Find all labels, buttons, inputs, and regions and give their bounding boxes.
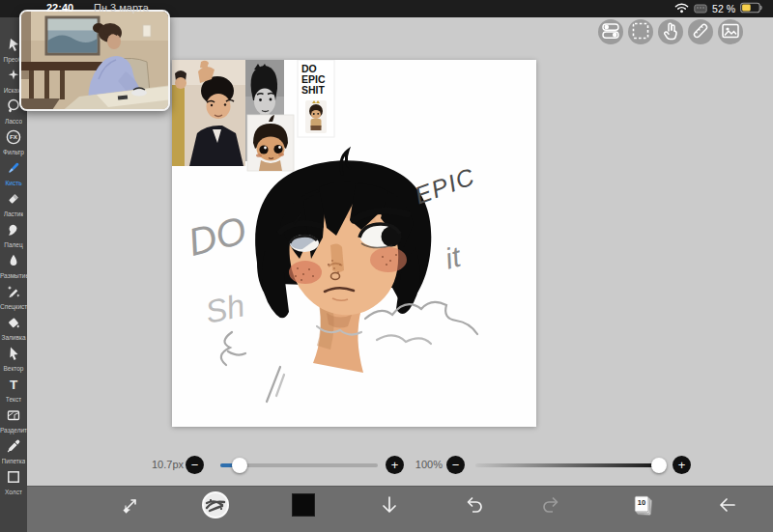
sidebar-tool-brush[interactable]: Кисть <box>0 160 27 191</box>
top-toolbar <box>598 19 743 44</box>
handwriting-it: it <box>442 239 465 274</box>
color-swatch[interactable] <box>292 493 315 517</box>
sidebar-tool-label: Палец <box>4 241 22 249</box>
wall-plate <box>143 25 151 37</box>
image-icon <box>720 20 741 44</box>
undo-icon <box>462 493 485 519</box>
back-button[interactable] <box>712 490 743 521</box>
text-icon: T <box>6 377 21 396</box>
fx-icon: FX <box>6 129 21 149</box>
sidebar-tool-label: Вектор <box>3 365 23 373</box>
brush-preview-button[interactable] <box>200 490 231 521</box>
gesture-button[interactable] <box>658 19 683 44</box>
undo-button[interactable] <box>458 490 489 521</box>
redo-icon <box>540 493 563 519</box>
wifi-icon <box>674 0 689 17</box>
sidebar-tool-text[interactable]: T Текст <box>0 377 27 407</box>
brush-size-slider[interactable] <box>220 463 378 467</box>
sidebar-tool-filter[interactable]: FX Фильтр <box>0 129 27 160</box>
sidebar-tool-label: Пипетка <box>2 458 26 465</box>
sidebar-tool-label: Размытие <box>0 272 27 280</box>
reference-photo-4: DO EPIC SHIT <box>298 60 334 137</box>
opacity-knob[interactable] <box>651 458 667 473</box>
sidebar-tool-label: Лассо <box>5 118 22 126</box>
svg-text:FX: FX <box>10 133 18 140</box>
marquee-icon <box>630 20 651 44</box>
toggles-icon <box>600 20 621 44</box>
special-brushes-icon <box>6 284 21 303</box>
divider-icon <box>6 407 21 427</box>
opacity-minus-button[interactable]: − <box>446 456 465 474</box>
status-icons: 52 % <box>674 2 763 15</box>
opacity-slider[interactable] <box>475 463 659 467</box>
sidebar-tool-label: Заливка <box>1 334 25 342</box>
smudge-icon <box>6 222 21 241</box>
arrow-down-icon <box>378 493 401 519</box>
import-image-button[interactable] <box>718 19 743 44</box>
brush-size-plus-button[interactable]: + <box>386 456 404 474</box>
sidebar-tool-fill[interactable]: Заливка <box>0 315 27 346</box>
gesture-icon <box>660 20 681 44</box>
redo-button[interactable] <box>536 490 567 521</box>
opacity-plus-button[interactable]: + <box>673 456 691 474</box>
handwriting-epic: EPIC <box>411 162 478 209</box>
canvas-icon <box>6 469 21 489</box>
sidebar-tool-label: Разделитель <box>0 427 27 434</box>
ruler-icon <box>690 20 711 44</box>
bottom-toolbar: 10 <box>27 486 773 532</box>
layers-count: 10 <box>638 497 645 506</box>
sidebar-tool-divider[interactable]: Разделитель <box>0 407 27 438</box>
layers-button[interactable]: 10 <box>625 490 656 521</box>
sidebar-tool-vector[interactable]: Вектор <box>0 346 27 377</box>
battery-percent: 52 % <box>712 3 735 14</box>
floor-shadow <box>21 98 60 111</box>
drawing-canvas[interactable]: DO EPIC SHIT <box>172 60 536 427</box>
sidebar-tool-smudge[interactable]: Палец <box>0 222 27 253</box>
handwriting-sh: Sh <box>202 287 247 330</box>
fill-icon <box>6 315 21 334</box>
eyedropper-icon <box>6 438 21 458</box>
brush-preview-icon <box>201 490 230 522</box>
video-call-window[interactable] <box>19 10 170 111</box>
vector-icon <box>6 346 21 365</box>
transform-tool-button[interactable] <box>115 490 146 521</box>
sidebar-tool-label: Текст <box>6 396 21 404</box>
wall-painting <box>46 17 99 54</box>
blur-icon <box>6 253 21 272</box>
keyboard-icon <box>694 0 707 17</box>
sidebar-tool-label: Спецкисти <box>0 303 27 311</box>
brush-size-minus-button[interactable]: − <box>186 456 204 474</box>
boy-portrait <box>255 151 431 373</box>
sidebar-tool-canvas[interactable]: Холст <box>0 469 27 500</box>
sidebar-tool-label: Холст <box>5 489 22 496</box>
video-frame <box>21 12 170 111</box>
transform-arrows-icon <box>119 493 142 519</box>
sidebar-tool-blur[interactable]: Размытие <box>0 253 27 284</box>
selection-button[interactable] <box>628 19 653 44</box>
toggles-button[interactable] <box>598 19 623 44</box>
battery-icon <box>740 0 763 17</box>
eraser-icon <box>6 191 21 210</box>
sidebar-tool-label: Фильтр <box>3 149 24 156</box>
clock: 22:40 <box>46 2 73 14</box>
poster-line-3: SHIT <box>301 84 326 96</box>
sidebar-tool-label: Кисть <box>5 180 21 187</box>
opacity-value: 100% <box>404 459 443 470</box>
sidebar-tool-eraser[interactable]: Ластик <box>0 191 27 222</box>
sidebar-tool-label: Ластик <box>4 210 24 218</box>
handwriting-do: DO <box>184 209 250 264</box>
reference-photo-1 <box>172 60 245 166</box>
sidebar-tool-special-brushes[interactable]: Спецкисти <box>0 284 27 315</box>
brush-size-value: 10.7px <box>135 459 184 470</box>
battery-fill <box>742 5 751 12</box>
arrow-left-icon <box>716 493 739 519</box>
brush-size-knob[interactable] <box>232 458 247 473</box>
collapse-down-button[interactable] <box>374 490 405 521</box>
svg-text:T: T <box>10 378 18 392</box>
reference-photo-3 <box>247 115 294 171</box>
app-screen: 22:40 Пн 3 марта 52 % Преоб. Искаж. Ласс… <box>0 0 773 532</box>
artwork: DO EPIC SHIT <box>172 60 536 427</box>
sidebar-tool-eyedropper[interactable]: Пипетка <box>0 438 27 469</box>
status-date: Пн 3 марта <box>94 2 149 14</box>
ruler-button[interactable] <box>688 19 713 44</box>
